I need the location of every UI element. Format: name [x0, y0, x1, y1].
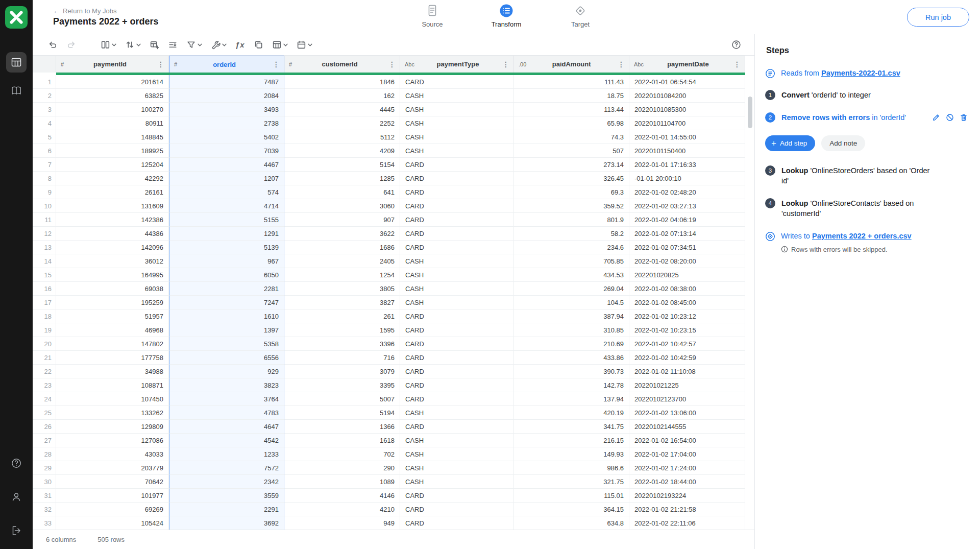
cell-paymentId[interactable]: 70642	[56, 475, 169, 489]
column-header-paymentType[interactable]: AbcpaymentType⋮	[400, 56, 514, 73]
cell-paymentDate[interactable]: 2022-01-02 08:38:00	[629, 282, 745, 296]
cell-orderId[interactable]: 2738	[169, 116, 284, 130]
cell-paymentDate[interactable]: 2022-01-02 08:20:00	[629, 254, 745, 268]
cell-orderId[interactable]: 7247	[169, 296, 284, 309]
cell-orderId[interactable]: 6556	[169, 351, 284, 365]
cell-customerId[interactable]: 5007	[284, 392, 400, 406]
cell-paymentId[interactable]: 127086	[56, 434, 169, 447]
table-style-button[interactable]	[272, 40, 288, 50]
cell-customerId[interactable]: 4209	[284, 144, 400, 158]
cell-paymentDate[interactable]: 2022-01-01 06:54:54	[629, 75, 745, 89]
cell-paymentDate[interactable]: 2022-01-02 17:24:00	[629, 461, 745, 475]
cell-paidAmount[interactable]: 507	[514, 144, 629, 158]
cell-paymentType[interactable]: CARD	[400, 185, 514, 199]
cell-paidAmount[interactable]: 58.2	[514, 227, 629, 241]
cell-orderId[interactable]: 574	[169, 185, 284, 199]
cell-paymentId[interactable]: 69269	[56, 503, 169, 516]
cell-customerId[interactable]: 2252	[284, 116, 400, 130]
column-menu-icon[interactable]: ⋮	[501, 60, 510, 68]
cell-paymentId[interactable]: 147802	[56, 337, 169, 351]
duplicate-button[interactable]	[254, 40, 263, 50]
cell-paidAmount[interactable]: 104.5	[514, 296, 629, 309]
cell-customerId[interactable]: 4210	[284, 503, 400, 516]
cell-orderId[interactable]: 2281	[169, 282, 284, 296]
cell-orderId[interactable]: 5139	[169, 241, 284, 254]
cell-paymentDate[interactable]: 2022-01-02 07:34:51	[629, 241, 745, 254]
cell-paymentDate[interactable]: 202201020825	[629, 268, 745, 282]
run-job-button[interactable]: Run job	[907, 8, 969, 27]
cell-paymentType[interactable]: CARD	[400, 213, 514, 227]
cell-customerId[interactable]: 907	[284, 213, 400, 227]
cell-paidAmount[interactable]: 115.01	[514, 489, 629, 503]
cell-paidAmount[interactable]: 801.9	[514, 213, 629, 227]
cell-paidAmount[interactable]: 65.98	[514, 116, 629, 130]
cell-customerId[interactable]: 162	[284, 89, 400, 103]
cell-orderId[interactable]: 967	[169, 254, 284, 268]
cell-customerId[interactable]: 5194	[284, 406, 400, 420]
pipeline-step-transform[interactable]: Transform	[476, 4, 537, 28]
cell-paymentType[interactable]: CASH	[400, 254, 514, 268]
cell-paymentDate[interactable]: 2022-01-02 10:42:59	[629, 351, 745, 365]
cell-paymentId[interactable]: 189925	[56, 144, 169, 158]
cell-paymentId[interactable]: 26161	[56, 185, 169, 199]
vertical-scrollbar[interactable]	[748, 97, 752, 128]
cell-paymentId[interactable]: 44386	[56, 227, 169, 241]
cell-paidAmount[interactable]: 321.75	[514, 475, 629, 489]
cell-paymentDate[interactable]: 2022-01-02 22:11:06	[629, 516, 745, 530]
cell-paidAmount[interactable]: 341.75	[514, 420, 629, 434]
cell-paymentType[interactable]: CASH	[400, 89, 514, 103]
cell-orderId[interactable]: 4783	[169, 406, 284, 420]
cell-paymentType[interactable]: CARD	[400, 365, 514, 378]
step-item-2[interactable]: 2 Remove rows with errors in 'orderId'	[765, 112, 968, 123]
cell-paymentDate[interactable]: -01-01 20:00:10	[629, 172, 745, 185]
cell-orderId[interactable]: 3823	[169, 378, 284, 392]
cell-paymentId[interactable]: 43033	[56, 447, 169, 461]
cell-paymentDate[interactable]: 20220101104700	[629, 116, 745, 130]
cell-paidAmount[interactable]: 433.86	[514, 351, 629, 365]
cell-paymentId[interactable]: 46968	[56, 323, 169, 337]
pipeline-step-target[interactable]: Target	[550, 4, 611, 28]
cell-customerId[interactable]: 5154	[284, 158, 400, 172]
cell-paidAmount[interactable]: 113.44	[514, 103, 629, 116]
cell-customerId[interactable]: 1686	[284, 241, 400, 254]
edit-step-icon[interactable]	[932, 113, 940, 122]
cell-paymentType[interactable]: CASH	[400, 461, 514, 475]
cell-customerId[interactable]: 3079	[284, 365, 400, 378]
cell-paymentType[interactable]: CASH	[400, 268, 514, 282]
cell-orderId[interactable]: 3764	[169, 392, 284, 406]
filter-menu-button[interactable]	[186, 40, 202, 50]
cell-paymentDate[interactable]: 2022-01-02 21:21:58	[629, 503, 745, 516]
cell-paymentId[interactable]: 129809	[56, 420, 169, 434]
table-add-button[interactable]	[150, 40, 159, 50]
cell-paymentId[interactable]: 177758	[56, 351, 169, 365]
cell-customerId[interactable]: 1254	[284, 268, 400, 282]
writes-to-row[interactable]: Writes to Payments 2022 + orders.csv	[765, 231, 968, 242]
sidebar-item-account[interactable]	[6, 487, 27, 507]
cell-customerId[interactable]: 4445	[284, 103, 400, 116]
cell-orderId[interactable]: 4714	[169, 199, 284, 213]
cell-customerId[interactable]: 4146	[284, 489, 400, 503]
sidebar-item-logout[interactable]	[6, 520, 27, 541]
cell-customerId[interactable]: 3060	[284, 199, 400, 213]
column-header-paymentId[interactable]: #paymentId⋮	[56, 56, 169, 73]
toolbar-help-button[interactable]	[731, 40, 741, 50]
cell-paymentType[interactable]: CASH	[400, 296, 514, 309]
column-header-customerId[interactable]: #customerId⋮	[284, 56, 400, 73]
step-item-1[interactable]: 1 Convert 'orderId' to integer	[765, 90, 968, 100]
cell-orderId[interactable]: 4647	[169, 420, 284, 434]
cell-customerId[interactable]: 5112	[284, 130, 400, 144]
cell-paidAmount[interactable]: 986.6	[514, 461, 629, 475]
cell-paymentType[interactable]: CARD	[400, 489, 514, 503]
cell-paymentType[interactable]: CARD	[400, 241, 514, 254]
cell-orderId[interactable]: 1291	[169, 227, 284, 241]
cell-orderId[interactable]: 1233	[169, 447, 284, 461]
cell-paymentType[interactable]: CARD	[400, 75, 514, 89]
cell-orderId[interactable]: 7039	[169, 144, 284, 158]
cell-paidAmount[interactable]: 273.14	[514, 158, 629, 172]
cell-paidAmount[interactable]: 359.52	[514, 199, 629, 213]
cell-orderId[interactable]: 4467	[169, 158, 284, 172]
cell-customerId[interactable]: 702	[284, 447, 400, 461]
add-step-button[interactable]: + Add step	[765, 135, 815, 151]
cell-paidAmount[interactable]: 18.75	[514, 89, 629, 103]
cell-paidAmount[interactable]: 364.15	[514, 503, 629, 516]
